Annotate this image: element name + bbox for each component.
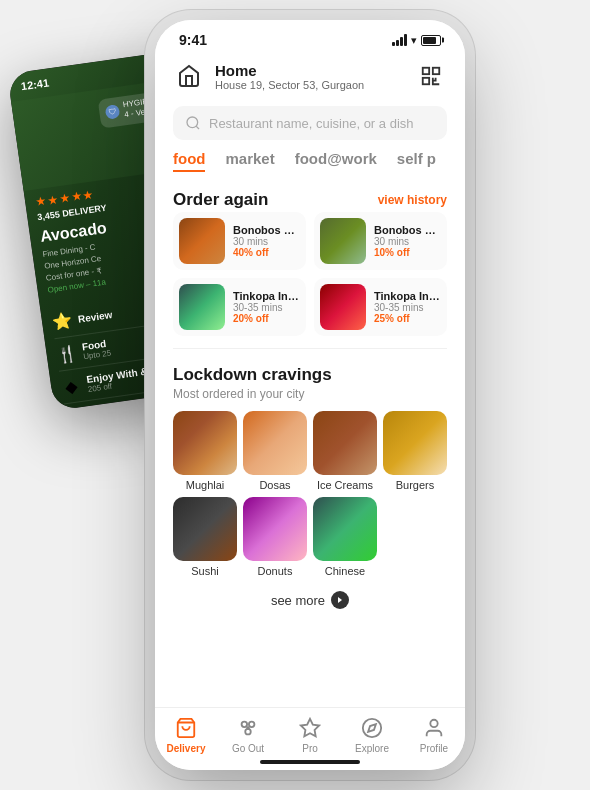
tab-foodatwork[interactable]: food@work [295,150,377,172]
goout-icon [236,716,260,740]
see-more-section[interactable]: see more [155,581,465,619]
review-label: Review [77,308,113,324]
order-name-4: Tinkopa In Cafe [374,290,441,302]
shield-icon: 🛡 [105,104,121,120]
signal-icon [392,34,407,46]
nav-explore[interactable]: Explore [341,716,403,754]
nav-pro[interactable]: Pro [279,716,341,754]
cravings-row-2: Sushi Donuts Chinese [173,497,447,577]
craving-dosas[interactable]: Dosas [243,411,307,491]
location-section[interactable]: Home House 19, Sector 53, Gurgaon [173,60,364,92]
order-discount-4: 25% off [374,313,441,324]
craving-label-dosas: Dosas [259,479,290,491]
craving-sushi[interactable]: Sushi [173,497,237,577]
order-img-4 [320,284,366,330]
profile-label: Profile [420,743,448,754]
location-address: House 19, Sector 53, Gurgaon [215,79,364,91]
craving-chinese[interactable]: Chinese [313,497,377,577]
home-indicator [260,760,360,764]
nav-delivery[interactable]: Delivery [155,716,217,754]
section-header: Order again view history [173,190,447,210]
see-more-text: see more [271,593,325,608]
order-name-1: Bonobos Foodora [233,224,300,236]
profile-icon [422,716,446,740]
lockdown-cravings-section: Lockdown cravings Most ordered in your c… [155,357,465,581]
main-phone: 9:41 ▾ Home House 1 [155,20,465,770]
svg-point-12 [363,719,381,737]
order-time-1: 30 mins [233,236,300,247]
svg-marker-13 [368,724,376,732]
location-title: Home [215,62,364,79]
nav-goout[interactable]: Go Out [217,716,279,754]
svg-rect-1 [433,68,439,74]
cravings-title: Lockdown cravings [173,365,332,385]
order-img-3 [179,284,225,330]
share-button[interactable] [415,60,447,92]
cravings-header: Lockdown cravings [173,365,447,385]
order-card-2[interactable]: Bonobos Foodo 30 mins 10% off [314,212,447,270]
craving-burgers[interactable]: Burgers [383,411,447,491]
food-icon: 🍴 [55,342,78,365]
craving-img-chinese [313,497,377,561]
order-card-1[interactable]: Bonobos Foodora 30 mins 40% off [173,212,306,270]
craving-label-mughlai: Mughlai [186,479,225,491]
book-icon: 🚗 [65,408,88,411]
craving-label-burgers: Burgers [396,479,435,491]
order-name-3: Tinkopa In Cafe [233,290,300,302]
svg-marker-11 [301,719,319,736]
scroll-content: Order again view history Bonobos Foodora… [155,182,465,732]
explore-icon [360,716,384,740]
pro-icon [298,716,322,740]
divider-1 [173,348,447,349]
book-label: Book [91,408,117,411]
search-placeholder: Restaurant name, cuisine, or a dish [209,116,414,131]
craving-label-chinese: Chinese [325,565,365,577]
order-img-1 [179,218,225,264]
time-display: 9:41 [179,32,207,48]
order-info-4: Tinkopa In Cafe 30-35 mins 25% off [374,290,441,324]
order-discount-2: 10% off [374,247,441,258]
craving-donuts[interactable]: Donuts [243,497,307,577]
order-discount-3: 20% off [233,313,300,324]
svg-line-4 [196,126,199,129]
app-header: Home House 19, Sector 53, Gurgaon [155,54,465,102]
craving-img-sushi [173,497,237,561]
category-tabs: food market food@work self p [155,150,465,182]
star-icon: ⭐ [51,310,74,333]
svg-rect-0 [423,68,429,74]
svg-point-8 [245,729,251,735]
pro-label: Pro [302,743,318,754]
order-time-2: 30 mins [374,236,441,247]
craving-label-icecream: Ice Creams [317,479,373,491]
craving-icecream[interactable]: Ice Creams [313,411,377,491]
craving-mughlai[interactable]: Mughlai [173,411,237,491]
delivery-icon [174,716,198,740]
explore-label: Explore [355,743,389,754]
order-discount-1: 40% off [233,247,300,258]
bg-time: 12:41 [20,77,50,93]
nav-profile[interactable]: Profile [403,716,465,754]
see-more-icon [331,591,349,609]
order-name-2: Bonobos Foodo [374,224,441,236]
craving-img-dosas [243,411,307,475]
order-card-4[interactable]: Tinkopa In Cafe 30-35 mins 25% off [314,278,447,336]
craving-empty [383,497,447,577]
order-again-section: Order again view history Bonobos Foodora… [155,182,465,340]
tab-food[interactable]: food [173,150,205,172]
delivery-label: Delivery [167,743,206,754]
svg-point-6 [242,722,248,728]
tab-selfp[interactable]: self p [397,150,436,172]
svg-point-14 [430,720,437,727]
craving-img-icecream [313,411,377,475]
enjoy-icon: ◆ [60,375,83,398]
search-bar[interactable]: Restaurant name, cuisine, or a dish [173,106,447,140]
goout-label: Go Out [232,743,264,754]
order-card-3[interactable]: Tinkopa In Cafe 30-35 mins 20% off [173,278,306,336]
battery-icon [421,35,441,46]
order-time-3: 30-35 mins [233,302,300,313]
order-grid: Bonobos Foodora 30 mins 40% off Bonobos … [173,212,447,336]
view-history-link[interactable]: view history [378,193,447,207]
order-img-2 [320,218,366,264]
wifi-icon: ▾ [411,34,417,47]
tab-market[interactable]: market [225,150,274,172]
